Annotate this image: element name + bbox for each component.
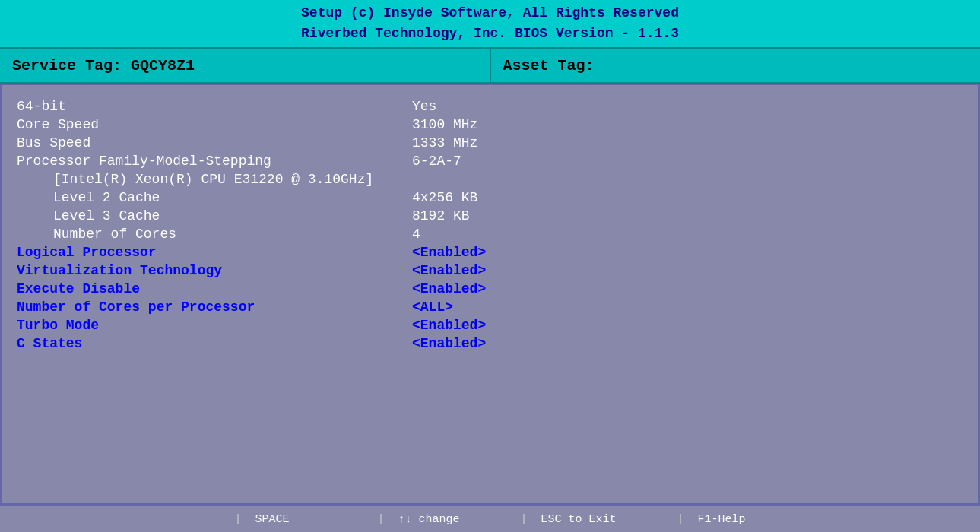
row-label-1: Core Speed — [17, 117, 412, 132]
bottom-bar: | SPACE | ↑↓ change | ESC to Exit | F1-H… — [0, 505, 980, 532]
info-row-8[interactable]: Logical Processor<Enabled> — [17, 243, 963, 261]
row-value-6: 8192 KB — [412, 208, 470, 223]
row-label-2: Bus Speed — [17, 135, 412, 150]
info-row-10[interactable]: Execute Disable<Enabled> — [17, 280, 963, 298]
row-value-10[interactable]: <Enabled> — [412, 281, 486, 296]
bottom-key-esc: | ESC to Exit — [521, 513, 617, 526]
row-value-13[interactable]: <Enabled> — [412, 336, 486, 351]
info-row-0: 64-bitYes — [17, 97, 963, 116]
row-label-6: Level 3 Cache — [17, 208, 412, 223]
info-row-5: Level 2 Cache4x256 KB — [17, 188, 963, 207]
info-row-7: Number of Cores4 — [17, 225, 963, 243]
bottom-key-arrows: | ↑↓ change — [377, 513, 459, 526]
info-row-4: [Intel(R) Xeon(R) CPU E31220 @ 3.10GHz] — [17, 170, 963, 188]
row-label-9: Virtualization Technology — [17, 263, 412, 278]
service-tag-section: Service Tag: GQCY8Z1 — [0, 49, 491, 82]
asset-tag-section: Asset Tag: — [491, 49, 981, 82]
row-value-3: 6-2A-7 — [412, 154, 461, 169]
bios-screen: Setup (c) Insyde Software, All Rights Re… — [0, 0, 980, 532]
row-label-8: Logical Processor — [17, 245, 412, 260]
row-label-11: Number of Cores per Processor — [17, 299, 412, 315]
header-line1: Setup (c) Insyde Software, All Rights Re… — [6, 3, 974, 24]
row-label-3: Processor Family-Model-Stepping — [17, 154, 412, 169]
service-tag-label: Service Tag: — [12, 57, 122, 74]
info-row-2: Bus Speed1333 MHz — [17, 134, 963, 152]
row-label-4: [Intel(R) Xeon(R) CPU E31220 @ 3.10GHz] — [17, 172, 412, 187]
row-label-0: 64-bit — [17, 99, 412, 114]
row-value-5: 4x256 KB — [412, 190, 477, 205]
service-tag-value: GQCY8Z1 — [131, 57, 195, 74]
row-value-1: 3100 MHz — [412, 117, 477, 132]
tag-bar: Service Tag: GQCY8Z1 Asset Tag: — [0, 49, 980, 84]
row-value-7: 4 — [412, 226, 420, 242]
row-value-11[interactable]: <ALL> — [412, 299, 453, 315]
row-label-5: Level 2 Cache — [17, 190, 412, 205]
info-row-11[interactable]: Number of Cores per Processor<ALL> — [17, 298, 963, 316]
info-row-12[interactable]: Turbo Mode<Enabled> — [17, 316, 963, 334]
info-row-9[interactable]: Virtualization Technology<Enabled> — [17, 261, 963, 280]
info-row-1: Core Speed3100 MHz — [17, 116, 963, 134]
header-line2: Riverbed Technology, Inc. BIOS Version -… — [6, 24, 974, 44]
row-label-13: C States — [17, 336, 412, 351]
info-row-6: Level 3 Cache8192 KB — [17, 207, 963, 225]
row-value-9[interactable]: <Enabled> — [412, 263, 486, 278]
info-row-13[interactable]: C States<Enabled> — [17, 334, 963, 353]
row-value-0: Yes — [412, 99, 436, 114]
row-value-12[interactable]: <Enabled> — [412, 318, 486, 333]
row-label-12: Turbo Mode — [17, 318, 412, 333]
info-row-3: Processor Family-Model-Stepping6-2A-7 — [17, 152, 963, 170]
header-bar: Setup (c) Insyde Software, All Rights Re… — [0, 0, 980, 49]
bottom-key-space: | SPACE — [234, 513, 316, 526]
asset-tag-label: Asset Tag: — [503, 57, 595, 74]
row-value-8[interactable]: <Enabled> — [412, 245, 486, 260]
row-value-2: 1333 MHz — [412, 135, 477, 150]
main-content: 64-bitYesCore Speed3100 MHzBus Speed1333… — [0, 84, 980, 505]
bottom-key-f1: | F1-Help — [677, 513, 746, 526]
row-label-10: Execute Disable — [17, 281, 412, 296]
row-label-7: Number of Cores — [17, 226, 412, 242]
